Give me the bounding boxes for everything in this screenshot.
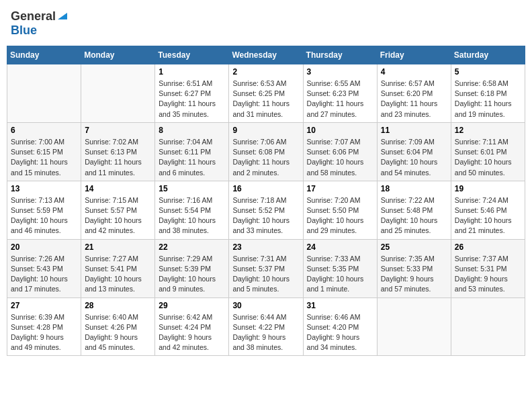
day-info: Sunrise: 7:11 AM Sunset: 6:01 PM Dayligh… <box>455 137 521 178</box>
logo-blue-text: Blue <box>11 24 37 37</box>
weekday-header-thursday: Thursday <box>303 46 377 64</box>
day-cell: 23Sunrise: 7:31 AM Sunset: 5:37 PM Dayli… <box>229 239 303 298</box>
day-number: 12 <box>455 126 521 135</box>
day-info: Sunrise: 7:22 AM Sunset: 5:48 PM Dayligh… <box>381 195 447 236</box>
week-row-2: 6Sunrise: 7:00 AM Sunset: 6:15 PM Daylig… <box>7 122 525 181</box>
day-cell: 29Sunrise: 6:42 AM Sunset: 4:24 PM Dayli… <box>155 298 229 356</box>
day-number: 8 <box>159 126 225 135</box>
day-cell: 2Sunrise: 6:53 AM Sunset: 6:25 PM Daylig… <box>229 64 303 123</box>
day-cell <box>451 298 525 356</box>
day-cell: 3Sunrise: 6:55 AM Sunset: 6:23 PM Daylig… <box>303 64 377 123</box>
day-number: 26 <box>455 242 521 252</box>
day-cell: 22Sunrise: 7:29 AM Sunset: 5:39 PM Dayli… <box>155 239 229 298</box>
logo: General Blue <box>11 9 67 38</box>
weekday-header-saturday: Saturday <box>451 46 525 64</box>
day-number: 5 <box>455 67 521 77</box>
day-cell: 21Sunrise: 7:27 AM Sunset: 5:41 PM Dayli… <box>81 239 155 298</box>
day-info: Sunrise: 7:16 AM Sunset: 5:54 PM Dayligh… <box>159 195 225 236</box>
weekday-header-sunday: Sunday <box>7 46 81 64</box>
day-cell <box>7 64 81 123</box>
day-cell: 7Sunrise: 7:02 AM Sunset: 6:13 PM Daylig… <box>81 122 155 181</box>
day-info: Sunrise: 7:33 AM Sunset: 5:35 PM Dayligh… <box>307 254 373 295</box>
day-number: 1 <box>159 67 225 77</box>
day-number: 9 <box>232 126 299 135</box>
calendar: SundayMondayTuesdayWednesdayThursdayFrid… <box>7 46 525 356</box>
day-number: 24 <box>307 242 373 252</box>
day-number: 6 <box>11 126 77 135</box>
day-info: Sunrise: 6:57 AM Sunset: 6:20 PM Dayligh… <box>381 79 447 120</box>
day-cell: 11Sunrise: 7:09 AM Sunset: 6:04 PM Dayli… <box>377 122 451 181</box>
day-number: 14 <box>85 184 151 193</box>
day-number: 29 <box>159 301 225 310</box>
day-cell: 1Sunrise: 6:51 AM Sunset: 6:27 PM Daylig… <box>155 64 229 123</box>
day-info: Sunrise: 7:15 AM Sunset: 5:57 PM Dayligh… <box>85 195 151 236</box>
day-info: Sunrise: 7:07 AM Sunset: 6:06 PM Dayligh… <box>307 137 373 178</box>
day-number: 3 <box>307 67 373 77</box>
day-cell: 17Sunrise: 7:20 AM Sunset: 5:50 PM Dayli… <box>303 181 377 239</box>
day-number: 23 <box>232 242 299 252</box>
week-row-3: 13Sunrise: 7:13 AM Sunset: 5:59 PM Dayli… <box>7 181 525 239</box>
day-number: 7 <box>85 126 151 135</box>
day-info: Sunrise: 7:37 AM Sunset: 5:31 PM Dayligh… <box>455 254 521 295</box>
day-number: 4 <box>381 67 447 77</box>
weekday-header-monday: Monday <box>81 46 155 64</box>
day-info: Sunrise: 6:53 AM Sunset: 6:25 PM Dayligh… <box>232 79 299 120</box>
weekday-header-row: SundayMondayTuesdayWednesdayThursdayFrid… <box>7 46 525 64</box>
day-cell: 19Sunrise: 7:24 AM Sunset: 5:46 PM Dayli… <box>451 181 525 239</box>
day-number: 27 <box>11 301 77 310</box>
day-number: 15 <box>159 184 225 193</box>
day-cell: 9Sunrise: 7:06 AM Sunset: 6:08 PM Daylig… <box>229 122 303 181</box>
logo-general-text: General <box>11 9 56 24</box>
day-info: Sunrise: 6:46 AM Sunset: 4:20 PM Dayligh… <box>307 312 373 353</box>
day-info: Sunrise: 7:31 AM Sunset: 5:37 PM Dayligh… <box>232 254 299 295</box>
day-cell: 4Sunrise: 6:57 AM Sunset: 6:20 PM Daylig… <box>377 64 451 123</box>
weekday-header-wednesday: Wednesday <box>229 46 303 64</box>
day-info: Sunrise: 7:06 AM Sunset: 6:08 PM Dayligh… <box>232 137 299 178</box>
day-info: Sunrise: 6:51 AM Sunset: 6:27 PM Dayligh… <box>159 79 225 120</box>
day-cell <box>81 64 155 123</box>
week-row-5: 27Sunrise: 6:39 AM Sunset: 4:28 PM Dayli… <box>7 298 525 356</box>
day-cell: 26Sunrise: 7:37 AM Sunset: 5:31 PM Dayli… <box>451 239 525 298</box>
day-info: Sunrise: 7:18 AM Sunset: 5:52 PM Dayligh… <box>232 195 299 236</box>
day-cell: 15Sunrise: 7:16 AM Sunset: 5:54 PM Dayli… <box>155 181 229 239</box>
day-info: Sunrise: 7:02 AM Sunset: 6:13 PM Dayligh… <box>85 137 151 178</box>
day-info: Sunrise: 7:20 AM Sunset: 5:50 PM Dayligh… <box>307 195 373 236</box>
day-info: Sunrise: 7:13 AM Sunset: 5:59 PM Dayligh… <box>11 195 77 236</box>
day-number: 21 <box>85 242 151 252</box>
day-info: Sunrise: 6:58 AM Sunset: 6:18 PM Dayligh… <box>455 79 521 120</box>
day-number: 20 <box>11 242 77 252</box>
day-info: Sunrise: 6:39 AM Sunset: 4:28 PM Dayligh… <box>11 312 77 353</box>
week-row-4: 20Sunrise: 7:26 AM Sunset: 5:43 PM Dayli… <box>7 239 525 298</box>
day-cell: 28Sunrise: 6:40 AM Sunset: 4:26 PM Dayli… <box>81 298 155 356</box>
day-info: Sunrise: 6:55 AM Sunset: 6:23 PM Dayligh… <box>307 79 373 120</box>
day-number: 25 <box>381 242 447 252</box>
day-info: Sunrise: 7:24 AM Sunset: 5:46 PM Dayligh… <box>455 195 521 236</box>
day-number: 13 <box>11 184 77 193</box>
day-info: Sunrise: 6:44 AM Sunset: 4:22 PM Dayligh… <box>232 312 299 353</box>
day-cell: 18Sunrise: 7:22 AM Sunset: 5:48 PM Dayli… <box>377 181 451 239</box>
day-cell: 13Sunrise: 7:13 AM Sunset: 5:59 PM Dayli… <box>7 181 81 239</box>
day-cell: 16Sunrise: 7:18 AM Sunset: 5:52 PM Dayli… <box>229 181 303 239</box>
day-number: 10 <box>307 126 373 135</box>
day-info: Sunrise: 7:26 AM Sunset: 5:43 PM Dayligh… <box>11 254 77 295</box>
weekday-header-friday: Friday <box>377 46 451 64</box>
day-cell: 8Sunrise: 7:04 AM Sunset: 6:11 PM Daylig… <box>155 122 229 181</box>
day-cell: 30Sunrise: 6:44 AM Sunset: 4:22 PM Dayli… <box>229 298 303 356</box>
day-cell: 25Sunrise: 7:35 AM Sunset: 5:33 PM Dayli… <box>377 239 451 298</box>
day-number: 16 <box>232 184 299 193</box>
day-number: 31 <box>307 301 373 310</box>
day-cell: 24Sunrise: 7:33 AM Sunset: 5:35 PM Dayli… <box>303 239 377 298</box>
logo-triangle-icon <box>58 10 67 22</box>
day-info: Sunrise: 7:04 AM Sunset: 6:11 PM Dayligh… <box>159 137 225 178</box>
day-number: 11 <box>381 126 447 135</box>
day-cell: 5Sunrise: 6:58 AM Sunset: 6:18 PM Daylig… <box>451 64 525 123</box>
day-number: 22 <box>159 242 225 252</box>
day-number: 17 <box>307 184 373 193</box>
svg-marker-0 <box>58 13 67 19</box>
day-info: Sunrise: 6:42 AM Sunset: 4:24 PM Dayligh… <box>159 312 225 353</box>
day-cell: 27Sunrise: 6:39 AM Sunset: 4:28 PM Dayli… <box>7 298 81 356</box>
day-info: Sunrise: 7:29 AM Sunset: 5:39 PM Dayligh… <box>159 254 225 295</box>
day-cell: 12Sunrise: 7:11 AM Sunset: 6:01 PM Dayli… <box>451 122 525 181</box>
day-cell: 31Sunrise: 6:46 AM Sunset: 4:20 PM Dayli… <box>303 298 377 356</box>
day-number: 19 <box>455 184 521 193</box>
